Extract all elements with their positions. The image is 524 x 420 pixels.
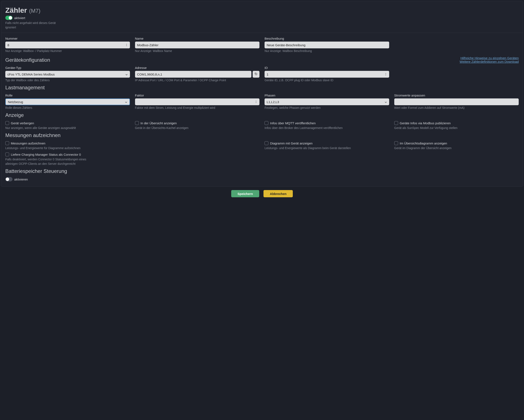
svg-point-0 [255, 73, 256, 74]
id-label: ID [264, 66, 389, 70]
mqtt-publish-label: Infos über MQTT veröffentlichen [270, 121, 316, 125]
name-label: Name [135, 37, 260, 40]
device-settings-panel: Zähler (M7) aktiviert Falls nicht angeha… [1, 1, 523, 187]
beschreibung-label: Beschreibung [264, 37, 389, 40]
record-measurements-label: Messungen aufzeichnen [11, 142, 45, 145]
phasen-label: Phasen [264, 93, 389, 97]
show-overview-checkbox[interactable] [135, 121, 139, 125]
tag-icon [254, 73, 258, 76]
typ-label: Geräte-Typ [5, 66, 130, 70]
phasen-help: Festlegen, welche Phasen genutzt werden [264, 106, 389, 110]
stepper-icon[interactable]: ▴▾ [256, 100, 258, 104]
record-measurements-help: Leistungs- und Energiewerte für Diagramm… [5, 146, 130, 150]
adresse-label: Adresse [135, 66, 260, 70]
connector0-label: Liefere Charging Manager Status als Conn… [11, 153, 81, 156]
enabled-label: aktiviert [14, 16, 25, 20]
hide-device-checkbox[interactable] [5, 121, 9, 125]
faktor-label: Faktor [135, 93, 260, 97]
footer-actions: Speichern Abbrechen [0, 187, 524, 202]
anzeige-heading: Anzeige [5, 112, 519, 118]
mqtt-publish-help: Infos über den Broker des Lastmanagement… [264, 126, 389, 130]
nummer-help: Nur Anzeige: Wallbox- / Parkplatz-Nummer [5, 49, 130, 53]
messungen-heading: Messungen aufzeichnen [5, 132, 519, 138]
rolle-label: Rolle [5, 93, 130, 97]
show-diagram-checkbox[interactable] [264, 141, 268, 145]
show-overview-diagram-label: Im Übersichtsdiagramm anzeigen [400, 142, 447, 145]
lastmgmt-heading: Lastmanagement [5, 85, 519, 91]
name-help: Nur Anzeige: Wallbox Name [135, 49, 260, 53]
adresse-help: IP Adresse:Port / URL / COM Port & Param… [135, 78, 260, 83]
panel-subtitle: (M7) [29, 8, 40, 14]
panel-title-row: Zähler (M7) [5, 6, 519, 14]
show-diagram-help: Leistungs- und Energiewerte als Diagramm… [264, 146, 389, 150]
typ-help: Typ der Wallbox oder des Zählers [5, 78, 130, 83]
phasen-select[interactable]: L1,L2,L3 [264, 98, 389, 105]
chevron-down-icon [125, 101, 127, 103]
adresse-input[interactable] [135, 71, 252, 78]
strom-input[interactable] [394, 98, 519, 105]
id-help: Geräte ID, z.B. OCPP plug ID oder Modbus… [264, 78, 389, 83]
faktor-input[interactable]: ▴▾ [135, 98, 260, 105]
modbus-publish-checkbox[interactable] [394, 121, 398, 125]
nummer-label: Nummer [5, 37, 130, 40]
beschreibung-help: Nur Anzeige: Wallbox Beschreibung [264, 49, 389, 53]
connector0-checkbox[interactable] [5, 152, 9, 156]
config-heading: Gerätekonfiguration [5, 57, 50, 63]
chevron-down-icon [384, 101, 387, 103]
faktor-help: Faktor mit dem Strom, Leistung und Energ… [135, 106, 260, 110]
stepper-icon[interactable]: ▴▾ [385, 72, 387, 76]
modbus-publish-label: Geräte Infos via Modbus publizieren [400, 121, 451, 125]
link-device-hints[interactable]: Hilfreiche Hinweise zu einzelnen Geräten [460, 56, 519, 60]
link-meter-defs[interactable]: Weitere Zählerdefinitionen zum Download [460, 60, 519, 63]
show-diagram-label: Diagramm mit Gerät anzeigen [270, 142, 313, 145]
stepper-icon[interactable]: ▴▾ [126, 43, 128, 47]
show-overview-diagram-checkbox[interactable] [394, 141, 398, 145]
hide-device-label: Gerät verbergen [11, 121, 34, 125]
mqtt-publish-checkbox[interactable] [264, 121, 268, 125]
panel-title: Zähler [5, 6, 27, 14]
strom-help: Wert oder Formel zum Addieren auf Stromw… [394, 106, 519, 110]
show-overview-label: In der Übersicht anzeigen [140, 121, 177, 125]
enabled-help: Falls nicht angehakt wird dieses Gerät i… [5, 21, 61, 30]
rolle-help: Rolle dieses Zählers [5, 106, 130, 110]
battery-heading: Batteriespeicher Steuerung [5, 168, 519, 174]
modbus-publish-help: Gerät als SunSpec Modell zur Verfügung s… [394, 126, 519, 130]
rolle-select[interactable]: Netzbezug [5, 98, 130, 105]
battery-enable-label: aktivieren [14, 177, 28, 181]
strom-label: Stromwerte anpassen [394, 93, 519, 97]
save-button[interactable]: Speichern [231, 190, 260, 197]
beschreibung-input[interactable] [264, 42, 389, 48]
cancel-button[interactable]: Abbrechen [263, 190, 293, 197]
show-overview-diagram-help: Gerät im Diagramm der Übersicht anzeigen [394, 146, 519, 150]
record-measurements-checkbox[interactable] [5, 141, 9, 145]
nummer-input[interactable]: 8 ▴▾ [5, 42, 130, 48]
connector0-help: Falls deaktiviert, werden Connector 0 St… [5, 157, 90, 166]
name-input[interactable] [135, 42, 260, 48]
chevron-down-icon [125, 73, 128, 76]
adresse-scan-button[interactable] [253, 71, 260, 78]
battery-enable-toggle[interactable] [5, 177, 13, 181]
show-overview-help: Gerät in der Übersichts-Kachel anzeigen [135, 126, 260, 130]
id-input[interactable]: 1 ▴▾ [264, 71, 389, 78]
hide-device-help: Nur anzeigen, wenn alle Geräte anzeigen … [5, 126, 130, 130]
typ-select[interactable]: cFos YTL DEM4A Series Modbus [5, 71, 130, 78]
enabled-toggle[interactable] [5, 16, 13, 20]
